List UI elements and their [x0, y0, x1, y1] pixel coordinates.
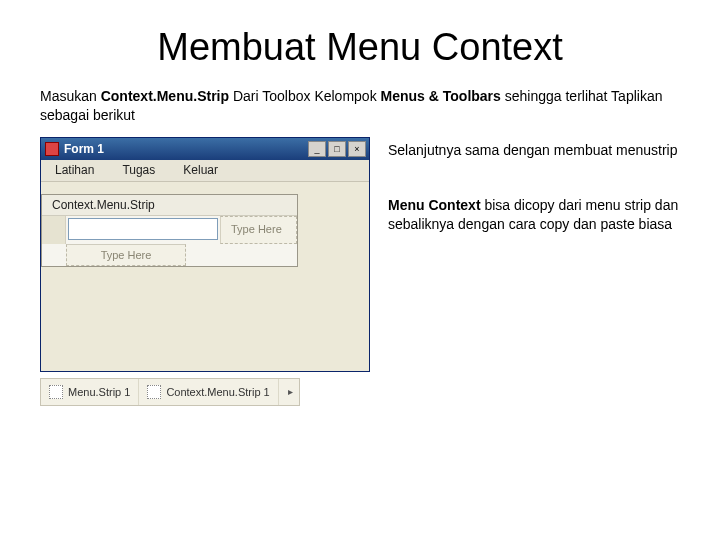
minimize-button[interactable]: _: [308, 141, 326, 157]
window-titlebar: Form 1 _ □ ×: [41, 138, 369, 160]
form-client-area: Context.Menu.Strip Type Here Type Here: [41, 182, 369, 371]
close-button[interactable]: ×: [348, 141, 366, 157]
slide-title: Membuat Menu Context: [40, 26, 680, 69]
menustrip-icon: [49, 385, 63, 399]
menu-item-tugas[interactable]: Tugas: [108, 163, 169, 177]
context-menu-header: Context.Menu.Strip: [42, 195, 297, 216]
maximize-button[interactable]: □: [328, 141, 346, 157]
tray-item-label: Context.Menu.Strip 1: [166, 386, 269, 398]
note-next-step: Selanjutnya sama dengan membuat menustri…: [388, 141, 680, 160]
tray-item-contextmenustrip[interactable]: Context.Menu.Strip 1: [139, 379, 278, 405]
context-menu-type-here-right[interactable]: Type Here: [220, 216, 297, 244]
app-icon: [45, 142, 59, 156]
menu-item-keluar[interactable]: Keluar: [169, 163, 232, 177]
intro-text: Masukan Context.Menu.Strip Dari Toolbox …: [40, 87, 680, 125]
tray-overflow-icon[interactable]: ▸: [282, 386, 299, 397]
component-tray: Menu.Strip 1 Context.Menu.Strip 1 ▸: [40, 378, 300, 406]
context-menu-designer: Context.Menu.Strip Type Here Type Here: [41, 194, 298, 267]
context-menu-type-here-below[interactable]: Type Here: [66, 244, 186, 266]
context-menu-item-input[interactable]: [68, 218, 218, 240]
note-copy-paste: Menu Context bisa dicopy dari menu strip…: [388, 196, 680, 234]
contextmenustrip-icon: [147, 385, 161, 399]
window-title: Form 1: [64, 142, 308, 156]
tray-item-menustrip[interactable]: Menu.Strip 1: [41, 379, 139, 405]
context-menu-icon-gutter: [42, 216, 66, 244]
menubar: Latihan Tugas Keluar: [41, 160, 369, 182]
menu-item-latihan[interactable]: Latihan: [41, 163, 108, 177]
tray-item-label: Menu.Strip 1: [68, 386, 130, 398]
form-window: Form 1 _ □ × Latihan Tugas Keluar Contex…: [40, 137, 370, 372]
